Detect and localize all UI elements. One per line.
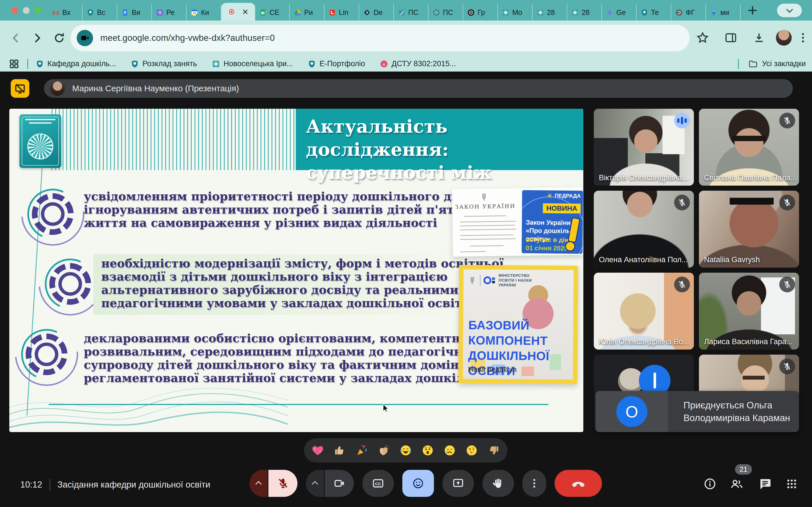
video-tile-3[interactable]: Олена Анатоліївна Пол... [594,191,694,268]
tab-ps1[interactable]: ПС [394,4,428,20]
reaction-thumbs-down-button[interactable] [487,444,500,457]
raise-hand-button[interactable] [483,470,514,497]
chat-icon [758,477,772,491]
video-tile-2[interactable]: Світлана Павлівна Пала... [699,109,799,186]
present-screen-button[interactable] [442,470,474,497]
close-window-button[interactable] [11,7,18,14]
camera-options-chevron[interactable] [306,470,324,497]
url-text[interactable]: meet.google.com/xhg-vwbe-dxk?authuser=0 [100,33,275,43]
red-l-icon [328,9,336,16]
tab-mi[interactable]: ми [706,4,741,20]
reaction-thumbs-up-button[interactable] [333,444,346,457]
tab-gmail[interactable]: Вх [48,4,83,20]
participant-grid: Вікторія Олександрівна... Світлана Павлі… [594,109,799,432]
tab-te[interactable]: Те [637,4,671,20]
camera-icon[interactable] [325,470,354,497]
presenter-banner[interactable]: Марина Сергіївна Науменко (Презентація) [44,79,793,98]
close-tab-icon[interactable] [242,8,249,15]
bookmark-novoseletska[interactable]: Новоселецька Іри... [212,59,293,68]
captions-button[interactable] [362,470,394,497]
downloads-icon[interactable] [752,31,766,45]
new-tab-button[interactable] [747,4,758,16]
video-tile-1[interactable]: Вікторія Олександрівна... [594,109,694,186]
tab-shield[interactable]: Вс [83,4,117,20]
macos-window-controls[interactable] [11,7,41,14]
reactions-button[interactable] [402,470,434,497]
presentation-off-button[interactable] [11,79,29,98]
browser-menu-icon[interactable] [796,31,810,45]
dashed-circle-icon [433,9,440,16]
folder-icon [748,59,758,69]
tab-calendar[interactable]: Ки [187,4,221,20]
bookmark-star-icon[interactable] [696,31,709,45]
presenter-avatar [50,81,65,96]
activities-button[interactable] [785,477,799,491]
more-options-button[interactable] [522,470,546,497]
zoom-window-button[interactable] [35,7,41,14]
news-tag: НОВИНА [543,203,581,214]
joining-notification: О Приєднується Ольга Володимирівна Карам… [596,391,799,432]
address-bar[interactable]: meet.google.com/xhg-vwbe-dxk?authuser=0 [70,25,690,51]
tab-lin[interactable]: Lin [324,4,359,20]
tab-search-button[interactable] [777,4,802,17]
bkdo-card-image: МІНІСТЕРСТВО ОСВІТИ І НАУКИ УКРАЇНИ БАЗО… [458,265,578,384]
tab-ps2[interactable]: ПС [428,4,463,20]
video-tile-6[interactable]: Лариса Василівна Гара... [699,273,799,349]
forward-button[interactable] [31,31,44,45]
tab-de[interactable]: De [359,4,394,20]
tab-fg[interactable]: ФГ [671,4,706,20]
participants-count-badge: 21 [735,464,752,474]
video-tile-4[interactable]: Nataliia Gavrysh [699,191,799,268]
tab-meet-active[interactable] [221,3,255,20]
tab-mo[interactable]: Мо [498,4,532,20]
sidebar-icon[interactable] [724,31,738,45]
microphone-button[interactable] [250,470,297,497]
reaction-tears-of-joy-button[interactable] [399,444,412,457]
meeting-details-button[interactable] [703,477,717,491]
browser-toolbar: meet.google.com/xhg-vwbe-dxk?authuser=0 [0,20,812,56]
mic-muted-icon [674,194,690,210]
teal-shield-icon [87,9,94,16]
slide-stripes-decoration [52,109,296,170]
mic-muted-icon [779,277,795,292]
reaction-astonished-button[interactable] [421,444,434,457]
gear-icon [26,334,67,375]
chat-button[interactable] [758,477,772,491]
profile-avatar[interactable] [776,30,792,46]
bookmark-rozklad[interactable]: Розклад занять [131,59,197,68]
tab-gemini[interactable]: Ge [602,4,637,20]
video-tile-5[interactable]: Юлія Олександрівна Во... [594,273,694,349]
joining-text: Приєднується Ольга Володимирівна Караман [668,391,799,432]
tab-list-app[interactable]: Ре [152,4,187,20]
all-bookmarks[interactable]: Усі закладки [730,56,806,71]
tab-28b[interactable]: 28 [567,4,602,20]
mouse-cursor [381,403,391,413]
reaction-party-popper-button[interactable] [355,444,368,457]
back-button[interactable] [9,31,22,45]
tab-28a[interactable]: 28 [532,4,567,20]
chatgpt-icon [467,9,475,16]
mic-muted-icon[interactable] [268,470,297,497]
camera-button[interactable] [306,470,354,497]
bookmark-eportfolio[interactable]: Е-Портфоліо [308,59,365,68]
participant-name: Nataliia Gavrysh [704,256,760,264]
teal-shield-icon [308,60,316,68]
apps-grid-icon[interactable] [8,58,20,69]
chevron-down-icon [786,6,793,13]
bookmark-dstu[interactable]: «ДСТУ 8302:2015... [380,59,456,68]
tab-sheets[interactable]: СЕ [255,4,290,20]
reaction-crying-button[interactable] [443,444,456,457]
reaction-clapping-hands-button[interactable] [377,444,390,457]
reaction-thinking-button[interactable] [465,444,478,457]
reaction-sparkling-heart-button[interactable] [311,444,324,457]
end-call-button[interactable] [555,470,602,497]
bookmark-kafedra[interactable]: Кафедра дошкіль... [36,59,116,68]
tab-docs[interactable]: Ви [117,4,152,20]
reload-button[interactable] [52,31,66,45]
minimize-window-button[interactable] [23,7,30,14]
participants-button[interactable] [730,477,744,491]
tab-gpt[interactable]: Гр [463,4,498,20]
mic-options-chevron[interactable] [250,470,267,497]
joining-avatar: О [616,396,647,427]
tab-drive[interactable]: Ри [290,4,324,20]
